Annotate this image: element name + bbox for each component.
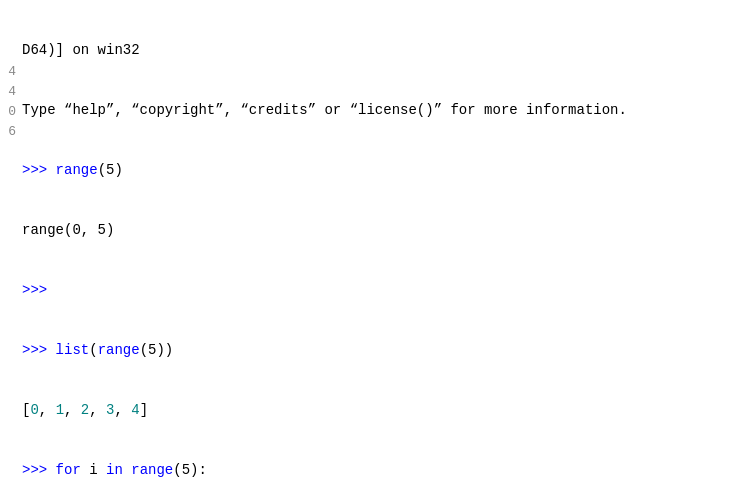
terminal-window: 4 4 0 6 D64)] on win32 Type “help”, “cop…: [0, 0, 731, 504]
info-line-2: Type “help”, “copyright”, “credits” or “…: [22, 100, 727, 120]
num2: 2: [81, 402, 89, 418]
empty-prompt: >>>: [22, 280, 727, 300]
for-space1: [123, 462, 131, 478]
range-call2: range: [98, 342, 140, 358]
line-num: 6: [0, 122, 16, 142]
for-range1: (5):: [173, 462, 207, 478]
paren: (5): [98, 162, 123, 178]
list-args2: (5)): [140, 342, 174, 358]
range-call3: range: [131, 462, 173, 478]
line-num: 0: [0, 102, 16, 122]
info-line-1: D64)] on win32: [22, 40, 727, 60]
for-kw1: for: [56, 462, 81, 478]
num3: 3: [106, 402, 114, 418]
repl-line-range: >>> range(5): [22, 160, 727, 180]
prompt3: >>>: [22, 342, 56, 358]
range-output: range(0, 5): [22, 220, 727, 240]
line-num: 4: [0, 62, 16, 82]
terminal-text[interactable]: D64)] on win32 Type “help”, “copyright”,…: [18, 0, 731, 504]
repl-line-for1: >>> for i in range(5):: [22, 460, 727, 480]
list-args: (: [89, 342, 97, 358]
range-call: range: [56, 162, 98, 178]
for-var1: i: [81, 462, 106, 478]
prompt: >>>: [22, 162, 56, 178]
in-kw1: in: [106, 462, 123, 478]
list-call: list: [56, 342, 90, 358]
prompt2: >>>: [22, 282, 47, 298]
repl-line-list: >>> list(range(5)): [22, 340, 727, 360]
list-output: [0, 1, 2, 3, 4]: [22, 400, 727, 420]
line-numbers: 4 4 0 6: [0, 0, 18, 504]
num4: 4: [131, 402, 139, 418]
prompt4: >>>: [22, 462, 56, 478]
num1: 1: [56, 402, 64, 418]
line-num: 4: [0, 82, 16, 102]
num0: 0: [30, 402, 38, 418]
